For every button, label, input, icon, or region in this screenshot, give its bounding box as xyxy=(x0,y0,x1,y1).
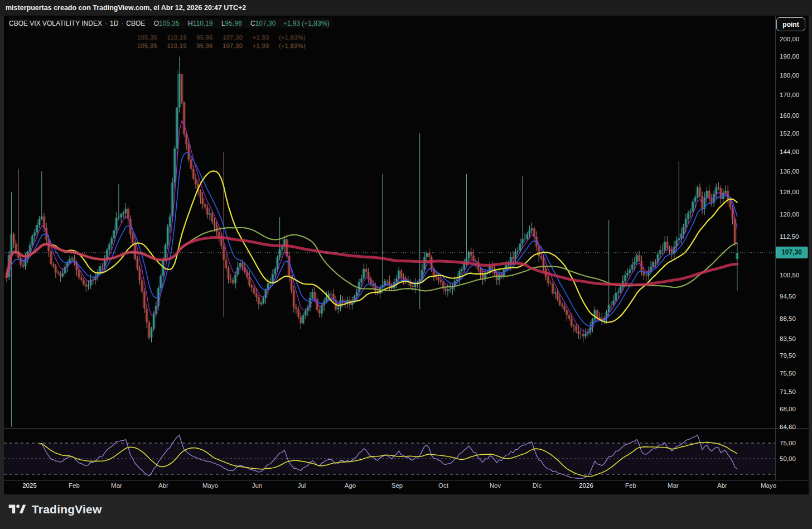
candlestick-chart-canvas[interactable] xyxy=(0,0,812,529)
price-tick-label: 190,00 xyxy=(780,52,809,61)
timeframe-value[interactable]: 1D xyxy=(110,20,118,27)
close-label: C xyxy=(250,20,255,27)
price-tick-label: 75,50 xyxy=(780,369,809,378)
price-tick-label: 100,50 xyxy=(780,271,809,280)
time-axis-label: Dic xyxy=(521,482,553,489)
time-axis-label: Nov xyxy=(480,482,511,489)
time-axis-label: Mayo xyxy=(195,482,226,489)
change-value: +1,93 (+1,83%) xyxy=(283,20,330,27)
price-tick-label: 88,50 xyxy=(780,314,809,323)
price-tick-label: 120,00 xyxy=(780,210,809,219)
high-label: H xyxy=(188,20,193,27)
price-tick-label: 136,00 xyxy=(780,167,809,176)
time-axis-label: Jul xyxy=(286,482,317,489)
time-axis-label: Jun xyxy=(241,482,273,489)
price-tick-label: 94,50 xyxy=(780,292,809,301)
time-axis-label: Mar xyxy=(101,482,132,489)
time-axis-label: Feb xyxy=(59,482,90,489)
symbol-title[interactable]: CBOE VIX VOLATILITY INDEX xyxy=(9,20,102,27)
legend-separator: · xyxy=(121,20,123,27)
open-label: O xyxy=(154,20,159,27)
legend-separator: · xyxy=(105,20,107,27)
symbol-legend[interactable]: CBOE VIX VOLATILITY INDEX·1D·CBOE O105,3… xyxy=(9,18,332,28)
price-tick-label: 200,00 xyxy=(780,35,809,44)
price-tick-label: 152,00 xyxy=(780,129,809,138)
price-tick-label: 128,00 xyxy=(780,187,809,196)
price-tick-label: 79,50 xyxy=(780,351,809,360)
close-value: 107,30 xyxy=(255,20,276,27)
high-value: 110,19 xyxy=(193,20,213,27)
tradingview-logo[interactable]: TradingView xyxy=(8,502,102,517)
ghost-legend-row: 105,35 110,19 95,96 107,30 +1,93 (+1,83%… xyxy=(137,34,306,41)
time-axis-label: Mar xyxy=(658,482,689,489)
price-tick-label: 83,50 xyxy=(780,334,809,343)
time-axis-label: Abr xyxy=(148,482,179,489)
last-price-label: 107,30 xyxy=(776,247,808,258)
price-tick-label: 64,60 xyxy=(780,422,809,431)
price-tick-label: 112,50 xyxy=(780,232,809,241)
time-axis-label: Abr xyxy=(707,482,738,489)
indicator-tick-label: 75,00 xyxy=(780,439,809,448)
exchange-name: CBOE xyxy=(126,20,145,27)
tradingview-snapshot: misterpuertas creado con TradingView.com… xyxy=(0,0,812,529)
price-tick-label: 180,00 xyxy=(780,71,809,80)
price-tick-label: 170,00 xyxy=(780,90,809,99)
time-axis-label: 2026 xyxy=(571,482,602,489)
low-label: L xyxy=(221,20,225,27)
ghost-legend-row: 105,35 110,19 95,96 107,30 +1,93 (+1,83%… xyxy=(137,42,306,49)
tradingview-logo-icon xyxy=(8,502,27,517)
price-tick-label: 144,00 xyxy=(780,147,809,156)
time-axis-label: Ago xyxy=(335,482,366,489)
time-axis-label: Mayo xyxy=(753,482,784,489)
time-axis-label: Oct xyxy=(428,482,459,489)
open-value: 105,35 xyxy=(159,20,180,27)
time-axis-label: Feb xyxy=(615,482,646,489)
low-value: 95,96 xyxy=(225,20,242,27)
tradingview-wordmark: TradingView xyxy=(32,503,102,516)
time-axis-label: 2025 xyxy=(14,482,45,489)
time-axis-label: Sep xyxy=(381,482,413,489)
price-tick-label: 71,50 xyxy=(780,387,809,396)
price-tick-label: 68,00 xyxy=(780,405,809,413)
price-tick-label: 160,00 xyxy=(780,111,809,120)
indicator-tick-label: 50,00 xyxy=(780,454,809,463)
price-unit-button[interactable]: point xyxy=(776,17,805,31)
footer: TradingView xyxy=(0,494,812,529)
